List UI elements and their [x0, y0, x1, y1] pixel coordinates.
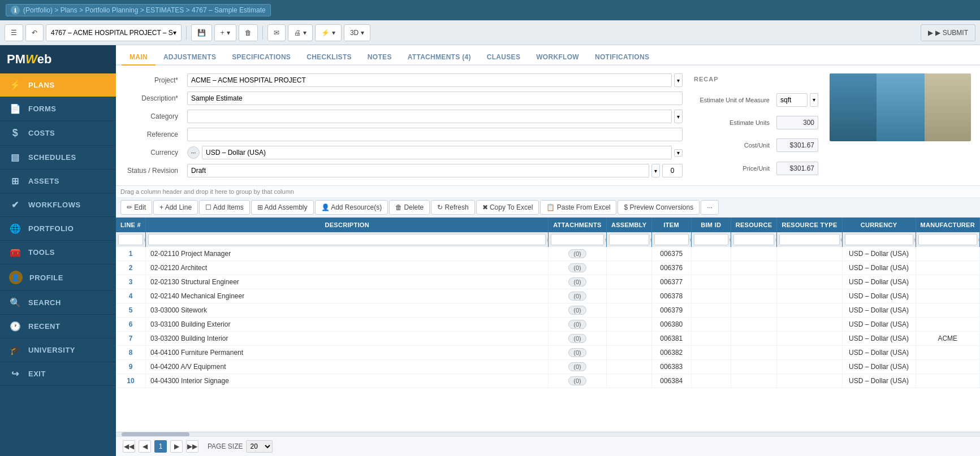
tab-clauses[interactable]: CLAUSES — [479, 50, 528, 66]
add-items-button[interactable]: ☐ Add Items — [199, 200, 250, 215]
tab-specifications[interactable]: SPECIFICATIONS — [224, 50, 299, 66]
status-label: Status / Revision — [125, 167, 182, 175]
sidebar-item-tools[interactable]: 🧰 TOOLS — [0, 241, 116, 264]
filter-attach-input[interactable] — [551, 234, 603, 245]
refresh-button[interactable]: ↻ Refresh — [431, 200, 474, 215]
revision-input[interactable] — [662, 164, 683, 177]
add-resource-button[interactable]: 👤 Add Resource(s) — [315, 200, 388, 215]
submit-button[interactable]: ▶ ▶ SUBMIT — [921, 24, 975, 41]
sidebar-assets-label: ASSETS — [28, 177, 59, 185]
sidebar-item-university[interactable]: 🎓 UNIVERSITY — [0, 338, 116, 362]
save-button[interactable]: 💾 — [191, 24, 212, 41]
record-dropdown[interactable]: 4767 – ACME HOSPITAL PROJECT – S ▾ — [46, 24, 182, 41]
tab-main[interactable]: MAIN — [122, 50, 156, 66]
email-button[interactable]: ✉ — [267, 24, 286, 41]
copy-excel-button[interactable]: ✖ Copy To Excel — [476, 200, 539, 215]
last-page-button[interactable]: ▶▶ — [186, 440, 198, 453]
print-button[interactable]: 🖨▾ — [288, 24, 313, 41]
sidebar-workflows-label: WORKFLOWS — [28, 201, 81, 209]
filter-currency-input[interactable] — [845, 234, 913, 245]
more-options-button[interactable]: ··· — [701, 200, 719, 215]
tab-checklists[interactable]: CHECKLISTS — [299, 50, 360, 66]
filter-item-input[interactable] — [654, 234, 689, 245]
edit-button[interactable]: ✏ Edit — [120, 200, 152, 215]
cell-currency: USD – Dollar (USA) — [842, 289, 916, 303]
add-assembly-button[interactable]: ⊞ Add Assembly — [251, 200, 314, 215]
cell-currency: USD – Dollar (USA) — [842, 332, 916, 346]
project-dropdown-btn[interactable]: ▾ — [674, 73, 683, 87]
costs-icon: $ — [9, 127, 21, 139]
currency-dropdown-btn[interactable]: ▾ — [674, 149, 683, 157]
sidebar-item-exit[interactable]: ↪ EXIT — [0, 362, 116, 386]
category-dropdown-btn[interactable]: ▾ — [674, 110, 683, 123]
preview-conversions-button[interactable]: $ Preview Conversions — [618, 200, 700, 215]
cell-assembly — [606, 275, 651, 289]
cell-bim-id — [691, 360, 731, 374]
prev-page-button[interactable]: ◀ — [139, 440, 151, 453]
delete-row-button[interactable]: 🗑 Delete — [389, 200, 430, 215]
sidebar-item-schedules[interactable]: ▤ SCHEDULES — [0, 146, 116, 170]
undo-button[interactable]: ↶ — [25, 24, 44, 41]
currency-input[interactable] — [202, 146, 672, 159]
cell-item: 006375 — [651, 247, 691, 261]
tab-notifications[interactable]: NOTIFICATIONS — [587, 50, 657, 66]
university-icon: 🎓 — [9, 345, 21, 355]
page-size-select[interactable]: 20 50 100 — [246, 440, 273, 453]
next-page-button[interactable]: ▶ — [170, 440, 183, 453]
filter-restype-input[interactable] — [779, 234, 839, 245]
reference-input[interactable] — [187, 128, 683, 141]
cost-unit-label: Cost/Unit — [694, 142, 773, 149]
sidebar-item-search[interactable]: 🔍 SEARCH — [0, 291, 116, 315]
sidebar-item-assets[interactable]: ⊞ ASSETS — [0, 170, 116, 193]
filter-mfr-input[interactable] — [918, 234, 977, 245]
tab-workflow[interactable]: WORKFLOW — [528, 50, 587, 66]
project-input[interactable] — [187, 73, 672, 87]
sidebar-profile-label: PROFILE — [29, 273, 63, 282]
cell-bim-id — [691, 247, 731, 261]
cell-bim-id — [691, 374, 731, 388]
paste-excel-button[interactable]: 📋 Paste From Excel — [540, 200, 616, 215]
cell-resource-type — [777, 303, 842, 318]
filter-line-input[interactable] — [118, 234, 143, 245]
list-button[interactable]: ☰ — [5, 24, 23, 41]
col-header-currency: CURRENCY — [842, 218, 916, 232]
horizontal-scrollbar[interactable] — [116, 432, 980, 436]
col-header-assembly: ASSEMBLY — [606, 218, 651, 232]
sidebar-item-portfolio[interactable]: 🌐 PORTFOLIO — [0, 217, 116, 241]
delete-icon: 🗑 — [245, 29, 252, 37]
tab-notes[interactable]: NOTES — [360, 50, 400, 66]
table-row: 3 02-02130 Structural Engineer (0) 00637… — [116, 275, 980, 289]
sidebar-item-costs[interactable]: $ COSTS — [0, 121, 116, 146]
description-input[interactable] — [187, 92, 683, 105]
lightning-button[interactable]: ⚡▾ — [315, 24, 342, 41]
est-unit-input[interactable] — [776, 93, 808, 107]
cell-line: 2 — [116, 261, 146, 275]
add-line-button[interactable]: + Add Line — [153, 200, 198, 215]
exit-icon: ↪ — [9, 368, 21, 379]
sidebar-item-forms[interactable]: 📄 FORMS — [0, 97, 116, 121]
sidebar-item-plans[interactable]: ⚡ PLANS — [0, 73, 116, 97]
filter-desc-input[interactable] — [148, 234, 546, 245]
first-page-button[interactable]: ◀◀ — [123, 440, 135, 453]
tab-attachments[interactable]: ATTACHMENTS (4) — [400, 50, 479, 66]
currency-dots-btn[interactable]: ··· — [187, 146, 200, 159]
filter-bim-input[interactable] — [694, 234, 728, 245]
sidebar-item-workflows[interactable]: ✔ WORKFLOWS — [0, 193, 116, 217]
breadcrumb-bar[interactable]: ℹ (Portfolio) > Plans > Portfolio Planni… — [6, 4, 271, 16]
filter-resource-input[interactable] — [733, 234, 775, 245]
add-button[interactable]: +▾ — [214, 24, 236, 41]
sidebar-item-recent[interactable]: 🕐 RECENT — [0, 315, 116, 338]
tab-adjustments[interactable]: ADJUSTMENTS — [156, 50, 224, 66]
est-unit-dropdown-btn[interactable]: ▾ — [810, 93, 818, 107]
status-input[interactable] — [187, 164, 649, 177]
cell-attachments: (0) — [549, 374, 606, 388]
threed-button[interactable]: 3D▾ — [344, 24, 370, 41]
status-dropdown-btn[interactable]: ▾ — [651, 164, 660, 177]
sidebar-item-profile[interactable]: 👤 PROFILE — [0, 264, 116, 291]
filter-assembly-input[interactable] — [609, 234, 649, 245]
delete-button[interactable]: 🗑 — [239, 24, 258, 41]
cell-description: 04-04300 Interior Signage — [146, 374, 549, 388]
portfolio-icon: 🌐 — [9, 223, 21, 234]
cell-manufacturer — [916, 346, 979, 360]
category-input[interactable] — [187, 110, 672, 123]
